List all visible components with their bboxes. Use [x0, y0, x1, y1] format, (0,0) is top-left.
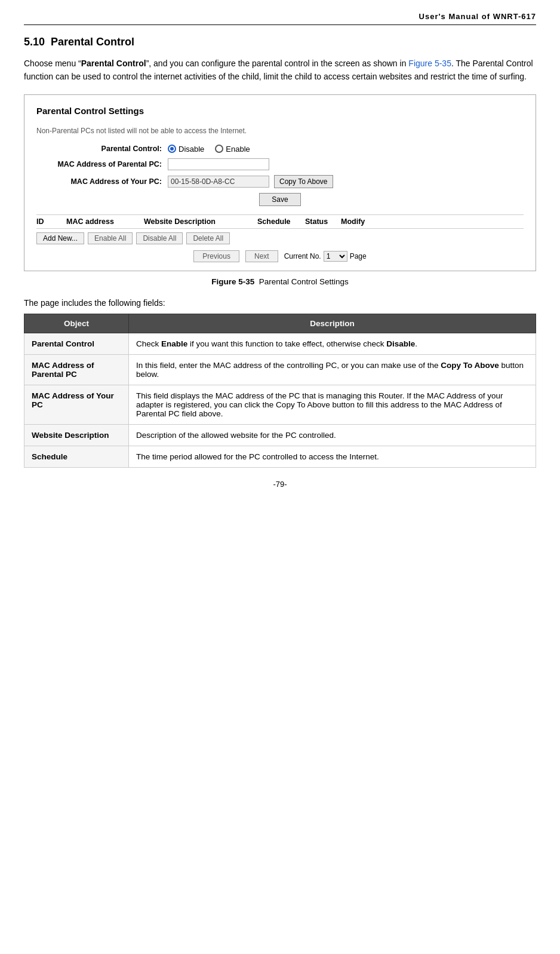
object-mac-your: MAC Address of Your PC	[24, 385, 129, 424]
table-header-description: Description	[129, 314, 536, 333]
next-button[interactable]: Next	[245, 250, 278, 262]
object-parental-control: Parental Control	[24, 333, 129, 354]
desc-parental-control: Check Enable if you want this function t…	[129, 333, 536, 354]
header-title: User's Manual of WNRT-617	[419, 12, 536, 21]
section-title: 5.10 Parental Control	[24, 36, 536, 48]
disable-all-button[interactable]: Disable All	[136, 232, 183, 244]
current-no-label: Current No.	[284, 252, 321, 260]
description-table: Object Description Parental Control Chec…	[24, 314, 536, 468]
table-header-row: ID MAC address Website Description Sched…	[36, 214, 524, 229]
parental-control-label: Parental Control:	[36, 145, 168, 153]
table-header-object: Object	[24, 314, 129, 333]
page-header: User's Manual of WNRT-617	[24, 12, 536, 25]
figure-box: Parental Control Settings Non-Parental P…	[24, 94, 536, 271]
disable-radio[interactable]: Disable	[168, 145, 204, 154]
page-footer: -79-	[24, 480, 536, 489]
mac-parental-label: MAC Address of Parental PC:	[36, 160, 168, 168]
enable-all-button[interactable]: Enable All	[88, 232, 133, 244]
col-website-header: Website Description	[144, 217, 257, 226]
page-select[interactable]: 1	[324, 251, 347, 262]
desc-website-description: Description of the allowed website for t…	[129, 424, 536, 446]
intro-bold-menu: Parental Control	[81, 59, 146, 68]
mac-parental-row: MAC Address of Parental PC:	[36, 158, 524, 170]
copy-to-above-button[interactable]: Copy To Above	[274, 175, 333, 188]
settings-title: Parental Control Settings	[36, 106, 524, 116]
page-number: -79-	[273, 480, 287, 489]
intro-text-2: ”, and you can configure the parental co…	[146, 59, 409, 68]
page-suffix: Page	[350, 252, 367, 260]
table-row: MAC Address of Your PC This field displa…	[24, 385, 536, 424]
col-mac-header: MAC address	[66, 217, 144, 226]
col-schedule-header: Schedule	[257, 217, 305, 226]
parental-control-radios: Disable Enable	[168, 145, 250, 154]
table-row: Schedule The time period allowed for the…	[24, 446, 536, 467]
table-row: Parental Control Check Enable if you wan…	[24, 333, 536, 354]
table-row: MAC Address ofParental PC In this field,…	[24, 354, 536, 385]
figure-link[interactable]: Figure 5-35	[408, 59, 451, 68]
save-row: Save	[36, 193, 524, 206]
object-mac-parental: MAC Address ofParental PC	[24, 354, 129, 385]
intro-paragraph: Choose menu “Parental Control”, and you …	[24, 57, 536, 84]
figure-caption-text: Parental Control Settings	[259, 277, 349, 286]
parental-control-row: Parental Control: Disable Enable	[36, 145, 524, 154]
fields-intro: The page includes the following fields:	[24, 298, 536, 308]
desc-mac-your: This field displays the MAC address of t…	[129, 385, 536, 424]
action-buttons-row: Add New... Enable All Disable All Delete…	[36, 232, 524, 244]
mac-parental-input[interactable]	[168, 158, 269, 170]
delete-all-button[interactable]: Delete All	[186, 232, 230, 244]
col-modify-header: Modify	[341, 217, 377, 226]
intro-text-1: Choose menu “	[24, 59, 81, 68]
notice-text: Non-Parental PCs not listed will not be …	[36, 124, 524, 137]
pagination-row: Previous Next Current No. 1 Page	[36, 250, 524, 262]
disable-label: Disable	[179, 145, 204, 154]
table-row: Website Description Description of the a…	[24, 424, 536, 446]
object-schedule: Schedule	[24, 446, 129, 467]
mac-your-input	[168, 176, 269, 188]
mac-your-row: MAC Address of Your PC: Copy To Above	[36, 175, 524, 188]
figure-caption: Figure 5-35 Parental Control Settings	[24, 277, 536, 286]
desc-mac-parental: In this field, enter the MAC address of …	[129, 354, 536, 385]
col-status-header: Status	[305, 217, 341, 226]
mac-your-label: MAC Address of Your PC:	[36, 177, 168, 186]
add-new-button[interactable]: Add New...	[36, 232, 84, 244]
desc-schedule: The time period allowed for the PC contr…	[129, 446, 536, 467]
page-info: Current No. 1 Page	[284, 251, 367, 262]
save-button[interactable]: Save	[259, 193, 300, 206]
object-website-description: Website Description	[24, 424, 129, 446]
previous-button[interactable]: Previous	[193, 250, 239, 262]
figure-caption-number: Figure 5-35	[211, 277, 254, 286]
col-id-header: ID	[36, 217, 66, 226]
enable-radio[interactable]: Enable	[215, 145, 250, 154]
enable-label: Enable	[226, 145, 250, 154]
disable-radio-icon	[168, 145, 176, 153]
enable-radio-icon	[215, 145, 223, 153]
